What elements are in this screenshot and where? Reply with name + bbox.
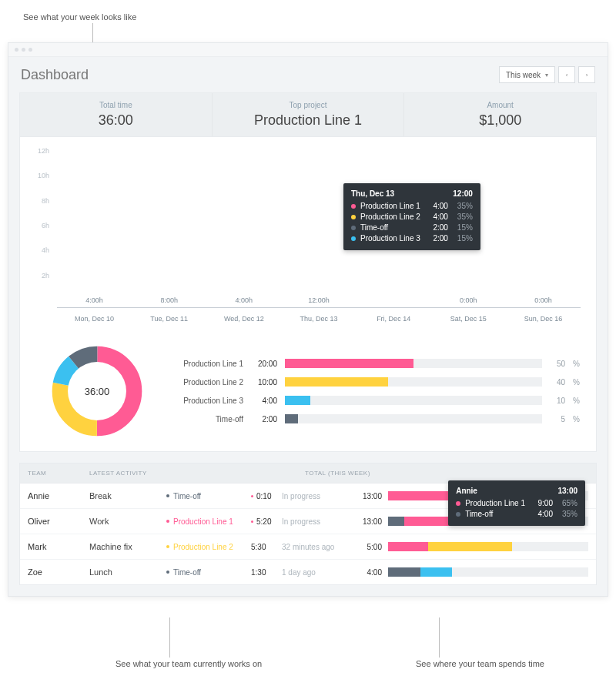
x-tick-label: Mon, Dec 10	[73, 315, 115, 323]
latest-activity: Work	[89, 517, 166, 526]
tooltip-row-pct: 35%	[557, 509, 578, 520]
stat-value: 36:00	[20, 112, 212, 129]
team-table: TEAM LATEST ACTIVITY TOTAL (THIS WEEK) A…	[19, 463, 597, 585]
stat-label: Top project	[213, 101, 404, 109]
tooltip-row-name: Time-off	[465, 509, 525, 520]
breakdown-name: Time-off	[159, 415, 243, 423]
team-week-bar[interactable]	[388, 542, 588, 551]
window-button-icon	[28, 48, 32, 52]
y-tick: 10h	[38, 172, 49, 179]
tooltip-row-value: 2:00	[425, 233, 448, 244]
team-member-name: Zoe	[28, 567, 89, 577]
latest-activity: Lunch	[89, 567, 166, 577]
activity-project: Time-off	[166, 568, 251, 577]
tooltip-row-name: Production Line 2	[360, 212, 420, 223]
team-bar-segment	[428, 542, 512, 551]
team-member-name: Mark	[28, 542, 89, 551]
range-select[interactable]: This week ▾	[499, 66, 555, 83]
breakdown-bar	[285, 377, 542, 387]
weekly-bar-chart[interactable]: 2h4h6h8h10h12h 4:00hMon, Dec 108:00hTue,…	[20, 137, 596, 337]
window-button-icon	[15, 48, 18, 52]
tooltip-row-pct: 35%	[453, 201, 473, 212]
window-titlebar	[8, 43, 608, 57]
pct-unit: %	[573, 415, 581, 423]
annotation-top: See what your week looks like	[23, 12, 136, 22]
tooltip-total: 13:00	[557, 487, 578, 495]
breakdown-pct: 40	[550, 378, 565, 387]
x-tick-label: Fri, Dec 14	[373, 315, 414, 323]
breakdown-bar	[285, 359, 542, 368]
tooltip-row-pct: 65%	[557, 498, 578, 509]
pct-unit: %	[573, 378, 581, 387]
activity-status: In progress	[282, 517, 351, 526]
breakdown-name: Production Line 2	[159, 378, 243, 387]
range-select-value: This week	[506, 71, 541, 79]
team-row[interactable]: ZoeLunchTime-off1:301 day ago4:00	[20, 560, 596, 584]
swatch-icon	[351, 226, 356, 230]
stat-value: Production Line 1	[213, 112, 404, 129]
breakdown-time: 20:00	[251, 360, 277, 368]
breakdown-name: Production Line 3	[159, 397, 243, 405]
week-total: 5:00	[351, 543, 382, 551]
chevron-down-icon: ▾	[545, 72, 548, 79]
tooltip-row-name: Time-off	[360, 223, 420, 233]
annotation-line	[439, 617, 440, 643]
breakdown-row[interactable]: Production Line 210:0040%	[159, 373, 581, 391]
x-tick-label: Sat, Dec 15	[447, 315, 489, 323]
activity-status: In progress	[282, 492, 351, 500]
tooltip-total: 12:00	[453, 189, 473, 198]
breakdown-bar	[285, 414, 542, 423]
y-tick: 6h	[42, 222, 49, 229]
breakdown-name: Production Line 1	[159, 360, 243, 368]
breakdown-time: 4:00	[251, 397, 277, 405]
chevron-left-icon: ‹	[566, 72, 568, 79]
bar-total-label: 12:00h	[298, 296, 340, 304]
bar-total-label: 0:00h	[522, 296, 564, 304]
swatch-icon	[351, 215, 356, 219]
tooltip-row-pct: 15%	[453, 223, 473, 233]
y-tick: 2h	[42, 272, 49, 279]
stat-amount: Amount $1,000	[404, 93, 596, 136]
stat-value: $1,000	[404, 112, 596, 129]
tooltip-row-pct: 35%	[453, 212, 473, 223]
y-tick: 8h	[42, 197, 49, 205]
donut-chart[interactable]: 36:00	[51, 345, 143, 437]
donut-center-value: 36:00	[68, 362, 126, 420]
bar-total-label: 4:00h	[73, 296, 115, 304]
team-bar-segment	[388, 517, 404, 526]
activity-duration: 5:30	[251, 543, 282, 551]
breakdown-row[interactable]: Time-off2:005%	[159, 410, 581, 428]
team-row[interactable]: MarkMachine fixProduction Line 25:3032 m…	[20, 534, 596, 560]
activity-duration: 5:20	[251, 517, 282, 526]
col-header-team: TEAM	[28, 470, 89, 477]
tooltip-row-name: Production Line 3	[360, 233, 420, 244]
x-tick-label: Wed, Dec 12	[223, 315, 265, 323]
breakdown-row[interactable]: Production Line 34:0010%	[159, 391, 581, 410]
next-button[interactable]: ›	[578, 66, 595, 83]
col-header-activity: LATEST ACTIVITY	[89, 470, 305, 477]
tooltip-row-value: 2:00	[425, 223, 448, 233]
tooltip-row-value: 9:00	[530, 498, 553, 509]
live-dot-icon	[251, 520, 253, 523]
breakdown-time: 10:00	[251, 378, 277, 387]
breakdown-row[interactable]: Production Line 120:0050%	[159, 354, 581, 373]
col-header-total: TOTAL (THIS WEEK)	[305, 470, 588, 477]
week-total: 13:00	[351, 517, 382, 526]
prev-button[interactable]: ‹	[558, 66, 575, 83]
breakdown-time: 2:00	[251, 415, 277, 423]
project-color-icon	[166, 571, 169, 574]
team-bar-segment	[388, 542, 428, 551]
tooltip-row-name: Production Line 1	[465, 498, 525, 509]
latest-activity: Break	[89, 491, 166, 500]
swatch-icon	[351, 204, 356, 209]
chevron-right-icon: ›	[586, 72, 588, 79]
project-color-icon	[166, 545, 169, 548]
bar-total-label	[373, 296, 414, 304]
team-bar-segment	[388, 567, 420, 577]
week-total: 13:00	[351, 492, 382, 500]
live-dot-icon	[251, 495, 253, 497]
latest-activity: Machine fix	[89, 542, 166, 551]
activity-status: 1 day ago	[282, 568, 351, 577]
team-week-bar[interactable]	[388, 567, 588, 577]
pct-unit: %	[573, 397, 581, 405]
